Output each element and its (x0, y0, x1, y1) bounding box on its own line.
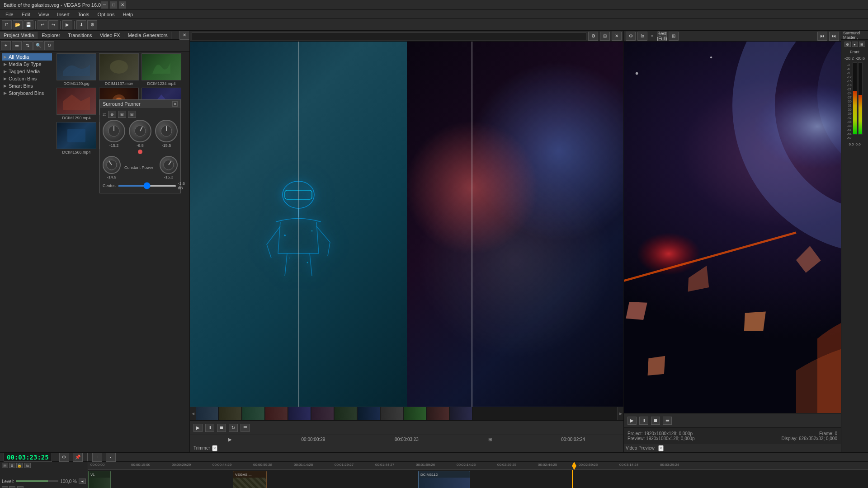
media-item-dcim1137[interactable]: DCIM1137.mov (99, 53, 139, 86)
tree-item-media-by-type[interactable]: ▶ Media By Type (2, 61, 52, 68)
preview-close-btn[interactable]: ✕ (612, 32, 622, 41)
play-button[interactable]: ▶ (62, 20, 72, 29)
media-item-dcim1566[interactable]: DCIM1566.mp4 (56, 122, 97, 155)
tab-explorer[interactable]: Explorer (38, 32, 64, 39)
panner-dot[interactable] (138, 150, 142, 154)
clip-v1-1[interactable]: V1 (88, 471, 111, 488)
panner-knob-bottom-right-ctrl[interactable] (160, 156, 178, 174)
sm-btn-3[interactable]: ⊞ (859, 42, 865, 47)
title-bar-text: Battle of the galaxies.veg - VEGAS Pro 1… (4, 2, 101, 8)
close-panel-button[interactable]: ✕ (179, 31, 189, 40)
panner-knob-left-ctrl[interactable] (103, 120, 125, 142)
tab-media-generators[interactable]: Media Generators (124, 32, 172, 39)
surround-panner-header[interactable]: Surround Panner ✕ (100, 100, 180, 108)
panner-btn-3[interactable]: ⊟ (128, 111, 136, 118)
surround-panner-close[interactable]: ✕ (172, 101, 178, 107)
clip-v1-vegas[interactable]: VEGAS ... (233, 471, 267, 488)
sm-bottom-values: 0.0 0.0 (849, 142, 860, 146)
timeline-settings[interactable]: ⚙ (59, 453, 69, 462)
minimize-button[interactable]: ─ (101, 1, 108, 9)
panner-btn-2[interactable]: ⊞ (118, 111, 126, 118)
track1-level-bar (16, 480, 59, 482)
right-quality-btn[interactable]: Best (Full) (657, 32, 667, 41)
import-media-button[interactable]: + (1, 41, 11, 50)
filmstrip-arrow-right[interactable]: ▶ (617, 407, 623, 420)
timeline-zoom-in[interactable]: + (92, 453, 102, 462)
media-item-dcim1290[interactable]: DCIM1290.mp4 (56, 88, 97, 120)
undo-button[interactable]: ↩ (38, 20, 47, 29)
video-preview-close[interactable]: ✕ (658, 445, 664, 451)
media-search-button[interactable]: 🔍 (33, 41, 43, 50)
restore-button[interactable]: □ (110, 1, 117, 9)
track2-add-fx[interactable]: fx (17, 486, 24, 488)
right-preview-fx[interactable]: fx (637, 32, 647, 41)
menu-help[interactable]: Help (119, 11, 137, 18)
track1-add-fx[interactable]: fx (24, 463, 31, 468)
filmstrip-arrow-left[interactable]: ◀ (190, 407, 196, 420)
tab-video-fx[interactable]: Video FX (96, 32, 124, 39)
menu-options[interactable]: Options (94, 11, 118, 18)
preview-path-input[interactable]: DCIM1566.mp4 [C:\User\Footage\Gaming\] (192, 32, 586, 40)
right-play-btn[interactable]: ▶ (627, 417, 637, 425)
tree-item-all-media[interactable]: ▶ All Media (2, 53, 52, 61)
trimmer-close[interactable]: ✕ (212, 445, 217, 451)
tab-transitions[interactable]: Transitions (64, 32, 96, 39)
tree-item-smart-bins[interactable]: ▶ Smart Bins (2, 82, 52, 89)
right-pause-btn[interactable]: ⏸ (639, 417, 648, 425)
preview-view-btn[interactable]: ⊞ (600, 32, 610, 41)
timeline-zoom-out[interactable]: - (106, 453, 116, 462)
sm-btn-1[interactable]: ⚙ (844, 42, 851, 47)
preview-settings-btn[interactable]: ⚙ (588, 32, 598, 41)
panner-knob-center-ctrl[interactable] (129, 120, 151, 142)
media-item-dcim1234[interactable]: DCIM1234.mp4 (141, 53, 182, 86)
close-button[interactable]: ✕ (119, 1, 126, 9)
track1-level-fill (16, 480, 48, 482)
preview-loop-btn[interactable]: ↻ (229, 424, 238, 432)
sm-btn-2[interactable]: ● (852, 42, 858, 47)
media-refresh-button[interactable]: ↻ (44, 41, 54, 50)
right-menu-btn[interactable]: ☰ (663, 417, 672, 425)
timeline-snap[interactable]: 📌 (73, 453, 83, 462)
tree-item-custom-bins[interactable]: ▶ Custom Bins (2, 75, 52, 82)
tree-item-tagged-media[interactable]: ▶ Tagged Media (2, 68, 52, 75)
track1-solo[interactable]: S (9, 463, 15, 468)
track1-lock[interactable]: 🔒 (16, 463, 23, 468)
menu-file[interactable]: File (2, 11, 17, 18)
preview-play-btn[interactable]: ▶ (193, 424, 203, 432)
redo-button[interactable]: ↪ (48, 20, 58, 29)
menu-insert[interactable]: Insert (53, 11, 73, 18)
properties-button[interactable]: ⚙ (87, 20, 97, 29)
preview-pause-btn[interactable]: ⏸ (205, 424, 214, 432)
new-button[interactable]: 🗋 (2, 20, 12, 29)
preview-stop-btn[interactable]: ⏹ (217, 424, 226, 432)
save-button[interactable]: 💾 (24, 20, 33, 29)
tab-project-media[interactable]: Project Media (0, 32, 38, 39)
track1-mute[interactable]: M (2, 463, 8, 468)
panner-center-slider[interactable] (118, 185, 176, 187)
right-skip-end[interactable]: ⏭ (829, 32, 839, 41)
menu-edit[interactable]: Edit (18, 11, 34, 18)
track2-solo[interactable]: S (9, 486, 15, 488)
preview-menu-btn[interactable]: ☰ (241, 424, 250, 432)
open-button[interactable]: 📂 (13, 20, 23, 29)
track-row-video-1[interactable]: V1 VEGAS ... DCIM3112 (88, 470, 868, 488)
track1-level-end[interactable]: ◄ (79, 479, 86, 484)
media-view-button[interactable]: ☰ (12, 41, 22, 50)
media-item-dcim1120[interactable]: DCIM1120.jpg (56, 53, 97, 86)
menu-view[interactable]: View (35, 11, 53, 18)
tree-item-storyboard-bins[interactable]: ▶ Storyboard Bins (2, 89, 52, 97)
right-skip-start[interactable]: ⏮ (817, 32, 827, 41)
track2-mute[interactable]: M (2, 486, 8, 488)
right-stop-btn[interactable]: ⏹ (651, 417, 660, 425)
filmstrip-cell-10 (404, 407, 426, 420)
panner-btn-1[interactable]: ⊕ (108, 111, 116, 118)
right-view-btn[interactable]: ⊞ (669, 32, 679, 41)
import-button[interactable]: ⬇ (76, 20, 86, 29)
panner-knob-bottom-left-ctrl[interactable] (103, 156, 121, 174)
media-sort-button[interactable]: ⇅ (23, 41, 33, 50)
right-preview-settings[interactable]: ⚙ (626, 32, 636, 41)
clip-v1-dcim3112[interactable]: DCIM3112 (418, 471, 470, 488)
sm-header: Surround Master , (841, 31, 868, 40)
menu-tools[interactable]: Tools (74, 11, 93, 18)
panner-knob-right-ctrl[interactable] (155, 120, 178, 142)
